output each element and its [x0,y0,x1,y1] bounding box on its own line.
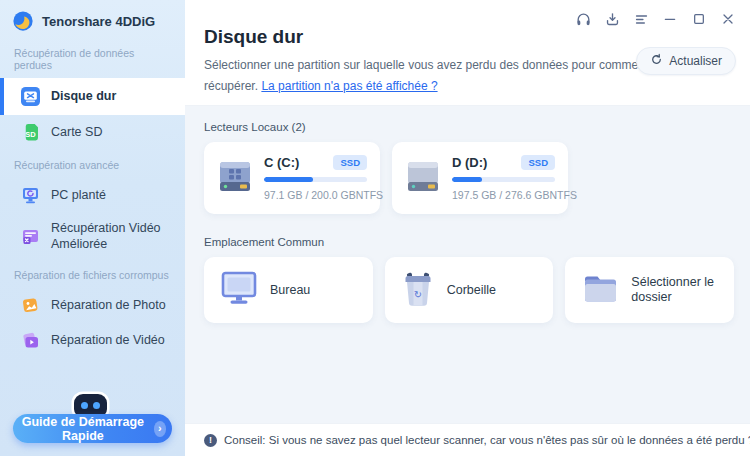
page-title: Disque dur [204,26,734,48]
guide-area: Guide de Démarrage Rapide › [0,391,185,456]
tip-text: Conseil: Si vous ne savez pas quel lecte… [224,434,750,446]
location-card-corbeille[interactable]: ↻ Corbeille [385,257,554,323]
close-icon[interactable] [718,9,738,29]
ssd-badge: SSD [521,155,555,170]
common-location-label: Emplacement Commun [204,236,734,248]
app-title: Tenorshare 4DDiG [42,14,155,29]
photo-repair-icon [21,296,40,315]
folder-icon [580,271,620,309]
info-icon: ! [204,434,217,447]
main-panel: Disque dur Sélectionner une partition su… [185,0,750,456]
drive-capacity: 197.5 GB / 276.6 GB [452,189,549,201]
main-header: Disque dur Sélectionner une partition su… [185,0,750,106]
sidebar-item-pc-plante[interactable]: PC planté [0,178,185,213]
drive-card-c[interactable]: C (C:) SSD 97.1 GB / 200.0 GB NTFS [204,142,380,214]
drive-info: C (C:) SSD 97.1 GB / 200.0 GB NTFS [264,155,367,201]
sidebar-section-lost-data: Récupération de données perdues [0,38,185,78]
location-card-bureau[interactable]: Bureau [204,257,373,323]
headphones-icon[interactable] [573,9,593,29]
drive-name: C (C:) [264,155,299,170]
locations-row: Bureau ↻ Corbeille [204,257,734,323]
quick-start-guide-label: Guide de Démarrage Rapide [19,415,147,443]
video-repair-icon [21,331,40,350]
sidebar-item-carte-sd[interactable]: SD Carte SD [0,115,185,150]
hard-drive-icon [215,156,255,200]
hard-drive-icon [403,156,443,200]
local-drives-label: Lecteurs Locaux (2) [204,121,734,133]
maximize-icon[interactable] [689,9,709,29]
drive-filesystem: NTFS [356,189,383,201]
drive-usage-fill [452,177,482,182]
sidebar-item-label: Carte SD [51,125,102,141]
sidebar-item-label: PC planté [51,188,106,204]
ssd-badge: SSD [333,155,367,170]
drive-usage-bar [452,177,555,182]
sidebar-item-recuperation-video[interactable]: Récupération Vidéo Améliorée [0,213,185,260]
drive-info: D (D:) SSD 197.5 GB / 276.6 GB NTFS [452,155,555,201]
svg-text:↻: ↻ [413,289,421,300]
partition-not-shown-link[interactable]: La partition n'a pas été affichée ? [261,79,437,93]
refresh-label: Actualiser [669,54,722,68]
sidebar-item-label: Disque dur [51,89,116,105]
page-subtitle: Sélectionner une partition sur laquelle … [204,55,686,97]
tip-bar: ! Conseil: Si vous ne savez pas quel lec… [185,423,750,456]
chevron-right-icon: › [154,421,166,437]
desktop-icon [219,270,259,311]
app-logo-row: Tenorshare 4DDiG [0,0,185,38]
refresh-button[interactable]: Actualiser [636,47,736,75]
recycle-bin-icon: ↻ [400,268,436,312]
titlebar-icons [573,9,738,29]
drive-capacity: 97.1 GB / 200.0 GB [264,189,356,201]
menu-icon[interactable] [631,9,651,29]
drive-filesystem: NTFS [549,189,576,201]
refresh-icon [650,53,663,69]
svg-text:SD: SD [25,130,36,139]
sidebar-item-label: Récupération Vidéo Améliorée [51,221,169,252]
minimize-icon[interactable] [660,9,680,29]
sidebar-section-repair: Réparation de fichiers corrompus [0,260,185,288]
content-area: Lecteurs Locaux (2) [185,106,750,423]
sidebar-item-label: Réparation de Vidéo [51,333,165,349]
sidebar: Tenorshare 4DDiG Récupération de données… [0,0,185,456]
download-icon[interactable] [602,9,622,29]
hard-drive-icon [21,87,40,106]
sidebar-item-disque-dur[interactable]: Disque dur [0,78,185,115]
quick-start-guide-button[interactable]: Guide de Démarrage Rapide › [13,414,172,443]
location-label: Corbeille [447,283,496,298]
drive-usage-fill [264,177,313,182]
sidebar-section-advanced: Récupération avancée [0,150,185,178]
sidebar-item-reparation-photo[interactable]: Réparation de Photo [0,288,185,323]
drives-row: C (C:) SSD 97.1 GB / 200.0 GB NTFS [204,142,734,214]
crashed-pc-icon [21,186,40,205]
video-enhance-icon [21,227,40,246]
drive-usage-bar [264,177,367,182]
app-logo-icon [12,10,34,32]
drive-card-d[interactable]: D (D:) SSD 197.5 GB / 276.6 GB NTFS [392,142,568,214]
sidebar-item-reparation-video[interactable]: Réparation de Vidéo [0,323,185,358]
location-label: Bureau [270,283,310,298]
drive-name: D (D:) [452,155,487,170]
app-window: Tenorshare 4DDiG Récupération de données… [0,0,750,456]
sidebar-item-label: Réparation de Photo [51,298,166,314]
sd-card-icon: SD [21,123,40,142]
location-label: Sélectionner le dossier [631,275,724,305]
location-card-dossier[interactable]: Sélectionner le dossier [565,257,734,323]
